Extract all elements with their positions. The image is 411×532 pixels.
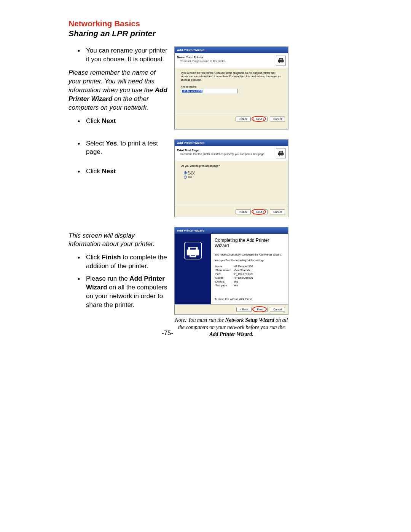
wizard-completing: Add Printer Wizard Completing the Add Pr…	[174, 227, 288, 315]
wizard2-header: Print Test Page To confirm that the prin…	[175, 146, 288, 161]
wizard3-desc1: You have successfully completed the Add …	[215, 253, 284, 256]
section-title: Networking Basics	[68, 19, 342, 28]
cancel-button[interactable]: Cancel	[270, 117, 285, 121]
back-button[interactable]: < Back	[236, 209, 251, 214]
wizard1-footer: < Back Next > Cancel	[175, 114, 288, 124]
next-button[interactable]: Next >	[253, 209, 268, 214]
wizard3-side-graphic	[175, 234, 211, 304]
instructions-2: Select Yes, to print a test page. Click …	[68, 139, 167, 217]
row-3: This screen will display information abo…	[68, 227, 342, 339]
wizard1-titlebar: Add Printer Wizard	[175, 47, 288, 53]
wizard2-footer: < Back Next > Cancel	[175, 207, 288, 217]
finish-button[interactable]: Finish	[254, 307, 268, 312]
next-button[interactable]: Next >	[253, 117, 268, 121]
printer-large-icon	[182, 239, 204, 262]
back-button[interactable]: < Back	[236, 117, 251, 121]
bullet-rename: You can rename your printer if you choos…	[86, 46, 167, 64]
radio-yes[interactable]: Yes	[184, 171, 282, 175]
wizard3-desc2: You specified the following printer sett…	[215, 259, 284, 262]
wizard1-header-sub: You must assign a name to this printer.	[177, 60, 276, 62]
bullet-click-next-2: Click Next	[86, 167, 167, 176]
wizard3-body: Completing the Add Printer Wizard You ha…	[175, 234, 288, 304]
wizard1-header-title: Name Your Printer	[177, 56, 276, 59]
wizard3-completing-title: Completing the Add Printer Wizard	[215, 238, 284, 248]
note-remember: Please remember the name of your printer…	[68, 69, 167, 112]
printer-icon	[276, 149, 286, 158]
section-subtitle: Sharing an LPR printer	[68, 29, 342, 38]
bullet-run-wizard: Please run the Add Printer Wizard on all…	[86, 275, 167, 310]
printer-icon	[276, 56, 286, 66]
wizard-name-printer: Add Printer Wizard Name Your Printer You…	[174, 46, 288, 129]
wizard2-header-title: Print Test Page	[177, 149, 276, 152]
wizard2-question: Do you want to print a test page?	[181, 164, 282, 168]
radio-on-icon	[184, 171, 187, 174]
document-page: Networking Basics Sharing an LPR printer…	[0, 0, 411, 338]
cancel-button[interactable]: Cancel	[270, 209, 285, 214]
wizard1-field-label: Printer name:	[181, 85, 282, 88]
wizard2-body: Do you want to print a test page? Yes No	[175, 161, 288, 207]
row-2: Select Yes, to print a test page. Click …	[68, 139, 342, 217]
instructions-1: You can rename your printer if you choos…	[68, 46, 167, 129]
wizard3-titlebar: Add Printer Wizard	[175, 227, 288, 234]
wizard3-content: Completing the Add Printer Wizard You ha…	[211, 234, 288, 304]
footnote: Note: You must run the Network Setup Wiz…	[174, 317, 288, 339]
wizard1-header: Name Your Printer You must assign a name…	[175, 53, 288, 68]
instructions-3: This screen will display information abo…	[68, 227, 167, 339]
radio-no[interactable]: No	[184, 176, 282, 179]
wizard1-instr: Type a name for this printer. Because so…	[181, 71, 282, 81]
wizard2-header-sub: To confirm that the printer is installed…	[177, 153, 276, 155]
wizard3-close-msg: To close this wizard, click Finish.	[215, 298, 284, 300]
bullet-click-finish: Click Finish to complete the addition of…	[86, 253, 167, 271]
wizard2-titlebar: Add Printer Wizard	[175, 140, 288, 146]
bullet-click-next-1: Click Next	[86, 117, 167, 126]
printer-name-input[interactable]: HP DeskJet 500	[181, 89, 238, 93]
wizard-test-page: Add Printer Wizard Print Test Page To co…	[174, 139, 288, 217]
wizard1-body: Type a name for this printer. Because so…	[175, 68, 288, 114]
bullet-select-yes: Select Yes, to print a test page.	[86, 139, 167, 157]
radio-off-icon	[184, 176, 187, 179]
cancel-button[interactable]: Cancel	[270, 307, 285, 312]
back-button[interactable]: < Back	[236, 307, 252, 312]
printer-settings-table: Name:HP DeskJet 500 Share name:<Not Shar…	[215, 264, 256, 288]
note-screen-display: This screen will display information abo…	[68, 232, 167, 249]
row-1: You can rename your printer if you choos…	[68, 46, 342, 129]
wizard3-footer: < Back Finish Cancel	[175, 304, 288, 314]
page-number: -75-	[162, 329, 173, 337]
printer-name-value: HP DeskJet 500	[182, 90, 202, 93]
wizard3-column: Add Printer Wizard Completing the Add Pr…	[174, 227, 288, 339]
